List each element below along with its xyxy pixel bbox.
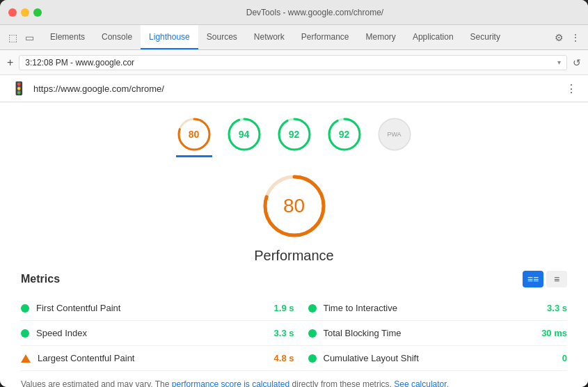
metric-name-tti: Time to Interactive [324,303,541,313]
score-circle-seo[interactable]: 92 [326,116,363,157]
metric-value-fcp: 1.9 s [274,303,294,313]
footer-text-1: Values are estimated and may vary. The [21,379,172,387]
metric-value-lcp: 4.8 s [274,353,294,363]
metrics-footer: Values are estimated and may vary. The p… [0,371,588,387]
metric-total-blocking-time: Total Blocking Time 30 ms [294,321,568,346]
metric-indicator-tti [308,304,317,313]
tab-application[interactable]: Application [404,25,462,49]
metric-value-tti: 3.3 s [547,303,567,313]
metric-largest-contentful-paint: Largest Contentful Paint 4.8 s [21,346,294,371]
traffic-light-red[interactable] [8,8,17,17]
devtools-tabs-bar: ⬚ ▭ Elements Console Lighthouse Sources … [0,25,588,50]
metric-name-tbt: Total Blocking Time [324,328,535,338]
metric-name-cls: Cumulative Layout Shift [324,353,555,363]
footer-text-2: directly from these metrics. [289,379,394,387]
score-circle-92a: 92 [276,116,312,152]
traffic-lights [8,8,42,17]
window-title: DevTools - www.google.com/chrome/ [50,8,580,17]
devtools-tabs-list: Elements Console Lighthouse Sources Netw… [42,25,546,49]
content-area: 🚦 https://www.google.com/chrome/ ⋮ 80 [0,75,588,387]
metric-speed-index: Speed Index 3.3 s [21,321,294,346]
score-circle-pwa[interactable]: PWA [376,116,413,157]
score-circle-80: 80 [176,116,212,152]
tab-memory[interactable]: Memory [358,25,404,49]
metrics-section: Metrics ≡≡ ≡ First Contentful Paint 1.9 … [0,271,588,371]
tab-elements[interactable]: Elements [42,25,93,49]
score-92a-label: 92 [289,129,300,140]
metric-cumulative-layout-shift: Cumulative Layout Shift 0 [294,346,568,371]
tab-lighthouse[interactable]: Lighthouse [141,25,198,49]
score-circles-row: 80 94 [0,102,588,157]
tab-security[interactable]: Security [462,25,509,49]
cursor-icon[interactable]: ⬚ [6,31,19,45]
metrics-title: Metrics [21,273,60,285]
reload-icon[interactable]: ↺ [573,57,581,68]
metric-value-cls: 0 [562,353,567,363]
more-icon[interactable]: ⋮ [569,31,582,45]
metric-indicator-tbt [308,329,317,338]
metric-indicator-si [21,329,29,338]
add-tab-icon[interactable]: + [7,56,13,69]
browser-window: DevTools - www.google.com/chrome/ ⬚ ▭ El… [0,0,588,387]
address-bar: + 3:12:08 PM - www.google.cor ▾ ↺ [0,50,588,75]
tab-console[interactable]: Console [93,25,141,49]
devtools-tab-actions: ⚙ ⋮ [546,25,588,49]
score-pwa-label: PWA [387,131,401,138]
lighthouse-menu-icon[interactable]: ⋮ [566,82,577,95]
score-circle-pwa: PWA [376,116,413,152]
metrics-grid-view-button[interactable]: ≡≡ [523,271,543,287]
metric-indicator-lcp [21,354,31,363]
metrics-list-view-button[interactable]: ≡ [546,271,567,287]
tab-sources[interactable]: Sources [198,25,246,49]
metrics-grid: First Contentful Paint 1.9 s Time to Int… [21,296,567,371]
metric-value-tbt: 30 ms [541,328,567,338]
metric-indicator-cls [308,354,317,363]
metrics-view-toggle: ≡≡ ≡ [523,271,567,287]
lighthouse-icon: 🚦 [11,81,26,96]
performance-main: 80 Performance [0,157,588,271]
score-circle-performance[interactable]: 80 [176,116,212,157]
score-circle-accessibility[interactable]: 94 [226,116,262,157]
footer-link-2[interactable]: See calculator. [394,379,449,387]
address-chevron-icon: ▾ [557,58,561,66]
device-icon[interactable]: ▭ [22,31,36,45]
performance-score-value: 80 [283,195,305,217]
performance-title: Performance [254,248,334,264]
metric-name-fcp: First Contentful Paint [36,303,267,313]
metric-value-si: 3.3 s [274,328,294,338]
settings-icon[interactable]: ⚙ [552,31,566,45]
score-92b-label: 92 [339,129,350,140]
traffic-light-green[interactable] [33,8,42,17]
traffic-light-yellow[interactable] [21,8,29,17]
lighthouse-url-bar: 🚦 https://www.google.com/chrome/ ⋮ [0,75,588,102]
title-bar: DevTools - www.google.com/chrome/ [0,0,588,25]
score-circle-bestpractices[interactable]: 92 [276,116,312,157]
metrics-header: Metrics ≡≡ ≡ [21,271,567,287]
address-text: 3:12:08 PM - www.google.cor [25,58,555,68]
score-94-label: 94 [239,129,250,140]
lighthouse-url-text: https://www.google.com/chrome/ [33,84,559,94]
metric-time-to-interactive: Time to Interactive 3.3 s [294,296,568,321]
devtools-tab-icons: ⬚ ▭ [0,25,42,49]
tab-performance[interactable]: Performance [293,25,358,49]
score-80-label: 80 [189,129,200,140]
tab-network[interactable]: Network [246,25,293,49]
metric-name-si: Speed Index [36,328,267,338]
footer-link-1[interactable]: performance score is calculated [172,379,289,387]
performance-score-circle: 80 [260,171,329,241]
metric-first-contentful-paint: First Contentful Paint 1.9 s [21,296,294,321]
address-input-container[interactable]: 3:12:08 PM - www.google.cor ▾ [19,55,567,70]
score-circle-94: 94 [226,116,262,152]
metric-name-lcp: Largest Contentful Paint [38,353,267,363]
metric-indicator-fcp [21,304,29,313]
score-circle-92b: 92 [326,116,363,152]
